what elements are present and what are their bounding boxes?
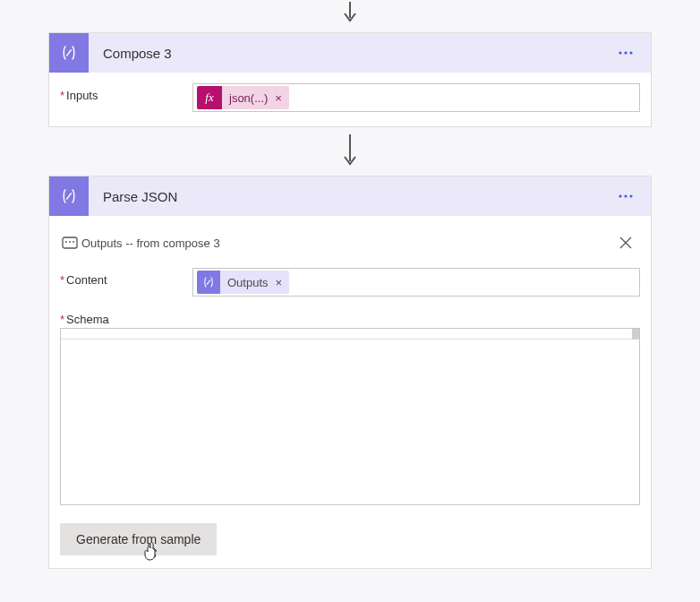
svg-line-1 bbox=[66, 49, 72, 56]
dynamic-content-hint: Outputs -- from compose 3 bbox=[81, 236, 613, 250]
compose-inputs-field[interactable]: fx json(...) × bbox=[192, 83, 640, 112]
arrow-down-icon bbox=[0, 0, 700, 32]
compose-title: Compose 3 bbox=[89, 46, 611, 61]
parse-content-field[interactable]: Outputs × bbox=[192, 268, 640, 297]
required-asterisk: * bbox=[60, 273, 64, 287]
close-icon[interactable] bbox=[613, 230, 638, 255]
svg-point-11 bbox=[65, 241, 67, 243]
schema-textarea[interactable] bbox=[60, 328, 640, 505]
compose-icon bbox=[49, 33, 89, 73]
svg-point-4 bbox=[629, 51, 632, 54]
svg-line-6 bbox=[66, 193, 72, 199]
hint-icon bbox=[62, 236, 81, 249]
required-asterisk: * bbox=[60, 313, 64, 326]
inputs-label: Inputs bbox=[66, 89, 98, 102]
parse-json-more-button[interactable] bbox=[611, 176, 640, 216]
svg-rect-10 bbox=[63, 237, 77, 248]
schema-label: Schema bbox=[66, 313, 109, 326]
expression-token-label: json(...) bbox=[222, 91, 275, 105]
expression-token[interactable]: fx json(...) × bbox=[197, 86, 289, 109]
generate-from-sample-button[interactable]: Generate from sample bbox=[60, 523, 217, 555]
parse-json-icon bbox=[49, 176, 89, 216]
outputs-token-label: Outputs bbox=[220, 276, 276, 289]
svg-point-9 bbox=[629, 194, 632, 197]
parse-json-card: Parse JSON Output bbox=[48, 176, 652, 569]
expression-token-remove[interactable]: × bbox=[275, 91, 289, 105]
outputs-token-icon bbox=[197, 271, 220, 294]
outputs-token[interactable]: Outputs × bbox=[197, 271, 289, 294]
compose-more-button[interactable] bbox=[611, 33, 640, 73]
outputs-token-remove[interactable]: × bbox=[276, 276, 290, 289]
svg-point-8 bbox=[624, 194, 627, 197]
svg-point-7 bbox=[619, 194, 621, 197]
compose-card: Compose 3 *Inputs fx json(...) × bbox=[48, 32, 652, 127]
fx-icon: fx bbox=[197, 86, 222, 109]
parse-json-title: Parse JSON bbox=[89, 189, 611, 204]
svg-point-12 bbox=[69, 241, 71, 243]
arrow-down-icon bbox=[0, 127, 700, 176]
svg-point-13 bbox=[73, 241, 74, 243]
svg-line-16 bbox=[207, 280, 210, 284]
required-asterisk: * bbox=[60, 89, 64, 102]
content-label: Content bbox=[66, 273, 107, 287]
parse-json-card-header[interactable]: Parse JSON bbox=[49, 176, 651, 216]
svg-point-3 bbox=[624, 51, 627, 54]
svg-point-2 bbox=[619, 51, 621, 54]
compose-card-header[interactable]: Compose 3 bbox=[49, 33, 651, 73]
scrollbar[interactable] bbox=[632, 329, 639, 340]
